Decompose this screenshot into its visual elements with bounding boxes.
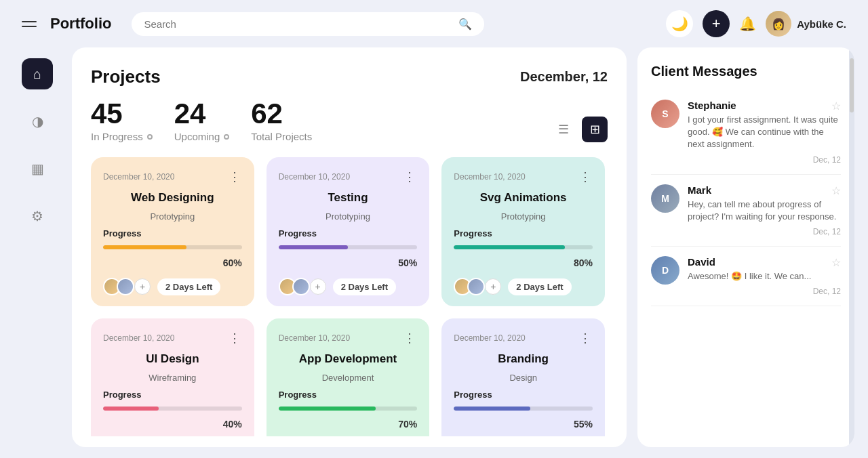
search-icon: 🔍 (458, 18, 472, 30)
project-card-5[interactable]: December 10, 2020 ⋮ Branding Design Prog… (441, 318, 605, 436)
card-subtitle: Prototyping (454, 211, 593, 222)
progress-bar (103, 407, 159, 411)
card-title: App Development (279, 352, 418, 366)
dark-mode-button[interactable]: 🌙 (666, 10, 693, 37)
hamburger-menu-icon[interactable] (22, 21, 37, 27)
card-header: December 10, 2020 ⋮ (279, 169, 418, 184)
messages-panel: Client Messages S Stephanie I got your f… (637, 47, 854, 447)
message-item-0[interactable]: S Stephanie I got your first assignment.… (651, 90, 841, 175)
star-icon[interactable]: ☆ (831, 184, 841, 197)
card-title: Svg Animations (454, 191, 593, 205)
card-menu-icon[interactable]: ⋮ (579, 331, 593, 346)
message-item-1[interactable]: M Mark Hey, can tell me about progress o… (651, 175, 841, 247)
message-date: Dec, 12 (688, 227, 841, 236)
avatar-stack (279, 278, 306, 295)
stat-number-total: 62 (251, 100, 312, 128)
avatar-2 (117, 278, 134, 295)
card-header: December 10, 2020 ⋮ (103, 331, 242, 346)
messages-list: S Stephanie I got your first assignment.… (651, 90, 841, 436)
card-subtitle: Development (279, 373, 418, 383)
card-date: December 10, 2020 (103, 172, 174, 182)
progress-bar-wrap (454, 407, 593, 411)
header-right: 🌙 + 🔔 👩 Aybüke C. (666, 10, 846, 37)
app-title: Portfolio (50, 15, 111, 33)
search-bar[interactable]: 🔍 (132, 12, 484, 36)
progress-bar (454, 245, 565, 249)
stat-in-progress: 45 In Progress (91, 100, 153, 142)
card-menu-icon[interactable]: ⋮ (229, 331, 242, 346)
add-member-button[interactable]: + (485, 278, 501, 295)
sidebar-item-calendar[interactable]: ▦ (22, 153, 53, 184)
card-header: December 10, 2020 ⋮ (454, 169, 593, 184)
stat-dot-upcoming (224, 134, 229, 140)
progress-label: Progress (454, 228, 593, 238)
message-date: Dec, 12 (688, 287, 841, 296)
card-menu-icon[interactable]: ⋮ (229, 169, 242, 184)
stat-label-total: Total Projects (251, 131, 312, 142)
add-member-button[interactable]: + (310, 278, 326, 295)
main-layout: ⌂ ◑ ▦ ⚙ Projects December, 12 45 In Prog… (0, 47, 868, 458)
user-profile[interactable]: 👩 Aybüke C. (766, 11, 846, 37)
message-content: David Awesome! 🤩 I like it. We can... De… (688, 256, 841, 296)
card-subtitle: Prototyping (103, 211, 242, 222)
user-avatar: 👩 (766, 11, 791, 37)
progress-bar (103, 245, 186, 249)
progress-bar-wrap (454, 245, 593, 249)
message-date: Dec, 12 (688, 155, 841, 165)
card-footer: + 2 Days Left (279, 278, 418, 295)
days-left-badge: 2 Days Left (508, 278, 571, 295)
user-name: Aybüke C. (797, 18, 846, 30)
message-text: I got your first assignment. It was quit… (688, 114, 841, 151)
message-sender-name: Stephanie (688, 100, 841, 111)
search-input[interactable] (144, 18, 452, 30)
project-card-3[interactable]: December 10, 2020 ⋮ UI Design Wireframin… (91, 318, 254, 436)
card-date: December 10, 2020 (454, 333, 525, 343)
card-menu-icon[interactable]: ⋮ (403, 169, 417, 184)
card-menu-icon[interactable]: ⋮ (403, 331, 417, 346)
message-text: Hey, can tell me about progress of proje… (688, 199, 841, 223)
messages-title: Client Messages (651, 64, 841, 79)
project-card-1[interactable]: December 10, 2020 ⋮ Testing Prototyping … (267, 157, 430, 306)
add-member-button[interactable]: + (134, 278, 151, 295)
card-date: December 10, 2020 (279, 333, 350, 343)
scrollbar[interactable] (849, 47, 854, 447)
avatar-2 (467, 278, 485, 295)
list-view-button[interactable]: ☰ (551, 117, 576, 142)
progress-percentage: 80% (454, 257, 593, 268)
avatar-stack (454, 278, 481, 295)
message-content: Stephanie I got your first assignment. I… (688, 100, 841, 165)
message-item-2[interactable]: D David Awesome! 🤩 I like it. We can... … (651, 247, 841, 306)
card-date: December 10, 2020 (279, 172, 350, 182)
projects-header: Projects December, 12 (91, 66, 608, 87)
progress-label: Progress (279, 228, 418, 238)
grid-view-button[interactable]: ⊞ (582, 117, 608, 142)
progress-label: Progress (103, 390, 242, 400)
cards-scroll[interactable]: December 10, 2020 ⋮ Web Designing Protot… (91, 157, 608, 436)
stat-upcoming: 24 Upcoming (174, 100, 230, 142)
progress-bar-wrap (279, 245, 418, 249)
card-menu-icon[interactable]: ⋮ (579, 169, 593, 184)
card-header: December 10, 2020 ⋮ (103, 169, 242, 184)
card-title: Testing (279, 191, 418, 205)
card-header: December 10, 2020 ⋮ (279, 331, 418, 346)
star-icon[interactable]: ☆ (831, 256, 841, 269)
project-card-0[interactable]: December 10, 2020 ⋮ Web Designing Protot… (91, 157, 254, 306)
progress-bar-wrap (103, 245, 242, 249)
project-card-2[interactable]: December 10, 2020 ⋮ Svg Animations Proto… (441, 157, 605, 306)
add-button[interactable]: + (703, 10, 730, 37)
card-footer: + 2 Days Left (454, 278, 593, 295)
sidebar-item-settings[interactable]: ⚙ (22, 201, 53, 232)
sidebar-item-home[interactable]: ⌂ (22, 58, 53, 89)
progress-bar-wrap (279, 407, 418, 411)
stat-number-upcoming: 24 (174, 100, 230, 128)
header: Portfolio 🔍 🌙 + 🔔 👩 Aybüke C. (0, 0, 868, 47)
sidebar-item-analytics[interactable]: ◑ (22, 106, 53, 137)
stat-label-in-progress: In Progress (91, 131, 153, 142)
card-date: December 10, 2020 (454, 172, 525, 182)
message-sender-name: Mark (688, 184, 841, 196)
progress-percentage: 70% (279, 419, 418, 430)
star-icon[interactable]: ☆ (831, 100, 841, 112)
notification-icon[interactable]: 🔔 (739, 16, 756, 32)
avatar-stack (103, 278, 130, 295)
project-card-4[interactable]: December 10, 2020 ⋮ App Development Deve… (267, 318, 430, 436)
